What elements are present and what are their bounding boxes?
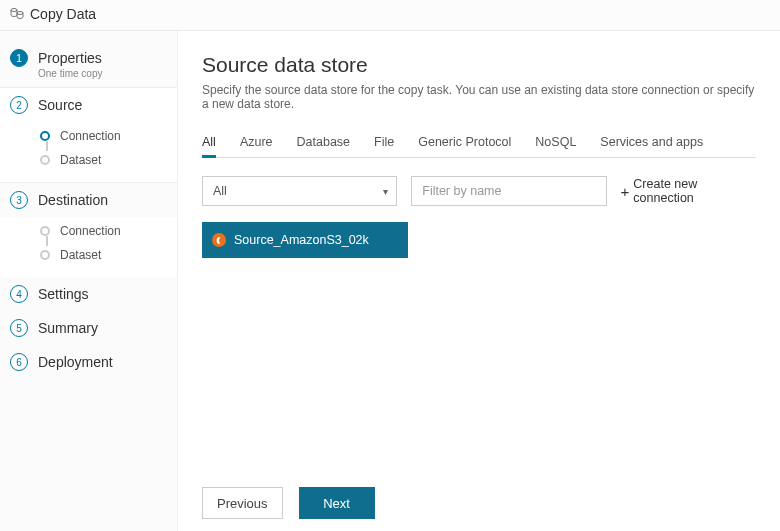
step-sublabel: One time copy <box>38 68 102 79</box>
filter-by-name-input[interactable] <box>411 176 606 206</box>
step-properties[interactable]: 1 Properties One time copy <box>0 41 177 87</box>
category-select[interactable]: All ▾ <box>202 176 397 206</box>
tab-generic-protocol[interactable]: Generic Protocol <box>418 129 511 157</box>
substep-connection[interactable]: Connection <box>0 219 177 243</box>
substep-dataset[interactable]: Dataset <box>0 148 177 172</box>
step-label: Destination <box>38 191 108 209</box>
step-number: 6 <box>10 353 28 371</box>
connection-card-label: Source_AmazonS3_02k <box>234 233 369 247</box>
copy-data-icon <box>10 7 24 22</box>
next-button[interactable]: Next <box>299 487 375 519</box>
source-substeps: Connection Dataset <box>0 122 177 183</box>
page-description: Specify the source data store for the co… <box>202 83 756 111</box>
chevron-down-icon: ▾ <box>383 186 388 197</box>
substep-dataset[interactable]: Dataset <box>0 243 177 267</box>
wizard-footer: Previous Next <box>202 479 756 519</box>
step-number: 4 <box>10 285 28 303</box>
step-number: 2 <box>10 96 28 114</box>
filter-toolbar: All ▾ + Create new connection <box>202 176 756 206</box>
step-label: Source <box>38 96 82 114</box>
wizard-sidebar: 1 Properties One time copy 2 Source Conn… <box>0 31 178 531</box>
substep-label: Connection <box>60 224 121 238</box>
step-source[interactable]: 2 Source <box>0 87 177 122</box>
step-label: Summary <box>38 319 98 337</box>
substep-connector <box>46 141 48 151</box>
substep-label: Dataset <box>60 248 101 262</box>
substep-dot-icon <box>40 250 50 260</box>
tab-azure[interactable]: Azure <box>240 129 273 157</box>
main-panel: Source data store Specify the source dat… <box>178 31 780 531</box>
step-label: Settings <box>38 285 89 303</box>
step-number: 1 <box>10 49 28 67</box>
svg-point-0 <box>11 8 17 11</box>
tab-database[interactable]: Database <box>297 129 351 157</box>
connection-list: Source_AmazonS3_02k <box>202 222 756 258</box>
substep-label: Connection <box>60 129 121 143</box>
connection-card[interactable]: Source_AmazonS3_02k <box>202 222 408 258</box>
step-label: Properties <box>38 49 102 67</box>
app-title: Copy Data <box>30 6 96 22</box>
tab-services-apps[interactable]: Services and apps <box>600 129 703 157</box>
create-new-connection-button[interactable]: + Create new connection <box>621 177 756 205</box>
category-select-value: All <box>213 184 227 198</box>
step-settings[interactable]: 4 Settings <box>0 277 177 311</box>
substep-dot-icon <box>40 131 50 141</box>
create-new-connection-label: Create new connection <box>633 177 756 205</box>
step-destination[interactable]: 3 Destination <box>0 183 177 217</box>
substep-label: Dataset <box>60 153 101 167</box>
plus-icon: + <box>621 184 630 199</box>
substep-connection[interactable]: Connection <box>0 124 177 148</box>
step-number: 3 <box>10 191 28 209</box>
step-label: Deployment <box>38 353 113 371</box>
title-bar: Copy Data <box>0 0 780 31</box>
step-number: 5 <box>10 319 28 337</box>
substep-dot-icon <box>40 226 50 236</box>
destination-substeps: Connection Dataset <box>0 217 177 277</box>
substep-dot-icon <box>40 155 50 165</box>
previous-button[interactable]: Previous <box>202 487 283 519</box>
tab-all[interactable]: All <box>202 129 216 158</box>
svg-point-1 <box>17 11 23 14</box>
step-summary[interactable]: 5 Summary <box>0 311 177 345</box>
amazon-s3-icon <box>212 233 226 247</box>
category-tabs: All Azure Database File Generic Protocol… <box>202 129 756 158</box>
step-deployment[interactable]: 6 Deployment <box>0 345 177 379</box>
substep-connector <box>46 236 48 246</box>
page-heading: Source data store <box>202 53 756 77</box>
tab-file[interactable]: File <box>374 129 394 157</box>
tab-nosql[interactable]: NoSQL <box>535 129 576 157</box>
